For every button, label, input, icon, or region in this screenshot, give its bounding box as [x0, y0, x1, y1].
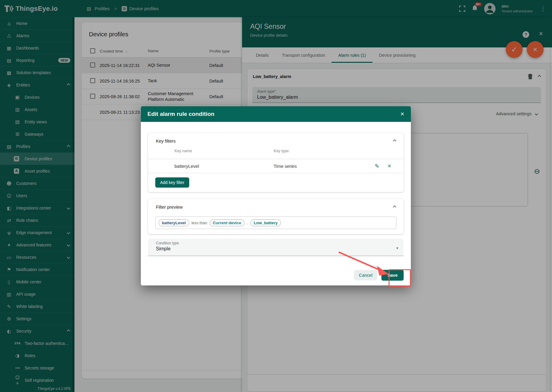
key-filter-row: batteryLevel Time series ✎ × [148, 159, 404, 173]
collapse-filter-preview-icon[interactable] [393, 205, 396, 209]
collapse-key-filters-icon[interactable] [393, 139, 396, 143]
edit-key-filter-icon[interactable]: ✎ [375, 163, 379, 169]
key-filter-name: batteryLevel [174, 164, 274, 169]
key-filter-type: Time series [274, 164, 346, 169]
annotation-highlight-rect [389, 269, 411, 287]
delete-key-filter-icon[interactable]: × [388, 163, 391, 169]
filter-preview-heading: Filter preview [156, 204, 183, 210]
filter-preview-section: Filter preview batteryLevel less than Cu… [148, 199, 404, 234]
key-chip: batteryLevel [159, 219, 189, 226]
condition-type-select[interactable]: Condition type Simple ▾ [148, 239, 404, 256]
key-filters-heading: Key filters [156, 138, 176, 143]
condition-type-label: Condition type [156, 241, 398, 245]
add-key-filter-button[interactable]: Add key filter [155, 177, 189, 188]
col-key-name: Key name [174, 149, 274, 153]
col-key-type: Key type [274, 149, 346, 153]
dropdown-arrow-icon: ▾ [396, 246, 398, 250]
condition-type-value: Simple [156, 246, 398, 252]
modal-header: Edit alarm rule condition × [141, 106, 411, 122]
operator-text: less than [192, 221, 207, 225]
key-filters-table-header: Key name Key type [148, 149, 404, 153]
cancel-button[interactable]: Cancel [354, 270, 377, 280]
value-chip: Low_battery [250, 219, 281, 226]
entity-chip: Current device [210, 219, 245, 226]
filter-preview-box: batteryLevel less than Current device . … [155, 216, 396, 229]
edit-alarm-rule-condition-dialog: Edit alarm rule condition × Key filters … [141, 106, 411, 285]
modal-close-icon[interactable]: × [400, 111, 404, 117]
key-filters-section: Key filters Key name Key type batteryLev… [148, 133, 404, 192]
app-root: ThingsEye.io ▧ Profiles > D Device profi… [0, 0, 552, 392]
modal-title: Edit alarm rule condition [147, 111, 214, 117]
